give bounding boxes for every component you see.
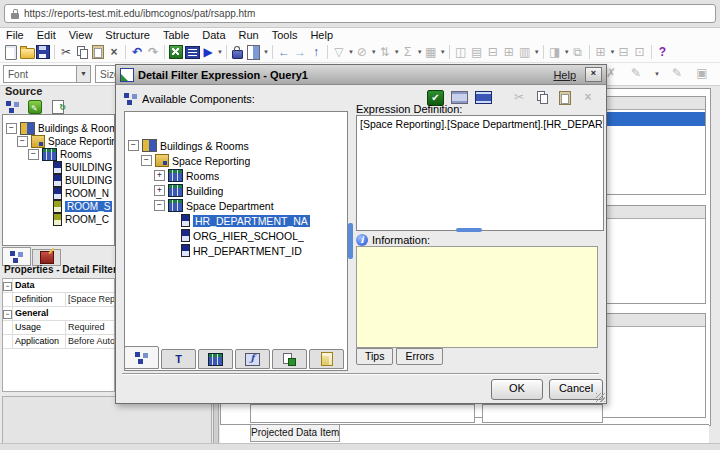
- tree-expander-icon[interactable]: −: [141, 155, 152, 166]
- chevron-down-icon[interactable]: ▼: [534, 49, 540, 55]
- refresh-source-icon[interactable]: [50, 98, 66, 115]
- tree-item-rooms[interactable]: +Rooms: [125, 168, 347, 183]
- cancel-button[interactable]: Cancel: [549, 379, 603, 400]
- menu-file[interactable]: File: [6, 29, 24, 41]
- tree-item-space-reporting[interactable]: −Space Reporting: [125, 153, 347, 168]
- tree-item-hr-department-na[interactable]: HR_DEPARTMENT_NA: [125, 213, 347, 228]
- redo-icon[interactable]: ↷: [145, 44, 161, 61]
- tree-expander-icon[interactable]: +: [154, 185, 165, 196]
- font-combobox[interactable]: Font ▼: [3, 65, 91, 83]
- data-items-tab[interactable]: T: [161, 349, 196, 369]
- headers-footers-icon[interactable]: ◫: [453, 44, 469, 61]
- close-button[interactable]: ×: [585, 67, 602, 82]
- tree-item-building[interactable]: BUILDING: [3, 161, 114, 174]
- tree-expander-icon[interactable]: −: [17, 136, 28, 147]
- merge-cells-icon[interactable]: ⊟: [616, 44, 632, 61]
- menu-tools[interactable]: Tools: [272, 29, 298, 41]
- tree-item-room-s[interactable]: ROOM_S: [3, 200, 114, 213]
- property-value[interactable]: Before Auto Ag: [66, 335, 114, 348]
- property-value[interactable]: [Space Report: [66, 293, 114, 306]
- collapse-icon[interactable]: −: [3, 310, 12, 319]
- property-row-application[interactable]: ApplicationBefore Auto Ag: [3, 335, 114, 349]
- tree-item-org-hier-school[interactable]: ORG_HIER_SCHOOL_: [125, 228, 347, 243]
- new-report-icon[interactable]: [3, 44, 19, 61]
- group-collapse-icon[interactable]: −: [3, 307, 13, 320]
- tree-item-buildings-rooms[interactable]: −Buildings & Rooms: [3, 122, 114, 135]
- xml-icon[interactable]: [184, 44, 200, 61]
- property-row-data[interactable]: −Data: [3, 279, 114, 293]
- paste-icon[interactable]: [557, 89, 573, 106]
- model-tab[interactable]: [124, 346, 159, 369]
- ok-button[interactable]: OK: [491, 379, 543, 400]
- tree-item-buildings-rooms[interactable]: −Buildings & Rooms: [125, 138, 347, 153]
- errors-tab[interactable]: Errors: [396, 348, 443, 365]
- tree-item-room-c[interactable]: ROOM_C: [3, 213, 114, 226]
- menu-table[interactable]: Table: [163, 29, 189, 41]
- page-layers-icon[interactable]: [246, 44, 262, 61]
- excel-icon[interactable]: [168, 44, 184, 61]
- section-icon[interactable]: ⊞: [501, 44, 517, 61]
- run-icon[interactable]: ▶: [200, 44, 216, 61]
- forward-icon[interactable]: →: [292, 44, 308, 61]
- group-collapse-icon[interactable]: −: [3, 279, 13, 292]
- expression-splitter-handle[interactable]: [456, 228, 482, 232]
- summarize-icon[interactable]: Σ: [400, 44, 416, 61]
- insertable-objects-icon[interactable]: [4, 98, 20, 115]
- tips-tab[interactable]: Tips: [356, 348, 393, 365]
- suppress-icon[interactable]: ⊘: [354, 44, 370, 61]
- property-row-usage[interactable]: UsageRequired: [3, 321, 114, 335]
- undo-icon[interactable]: ↶: [129, 44, 145, 61]
- conditional-style-icon[interactable]: ✎: [628, 65, 644, 82]
- tree-item-space-reporting[interactable]: −Space Reporting: [3, 135, 114, 148]
- chevron-down-icon[interactable]: ▼: [217, 49, 223, 55]
- copy-icon[interactable]: [534, 89, 550, 106]
- resize-grip[interactable]: [596, 393, 605, 402]
- tree-item-space-department[interactable]: −Space Department: [125, 198, 347, 213]
- split-cells-icon[interactable]: ⊡: [632, 44, 648, 61]
- property-row-general[interactable]: −General: [3, 307, 114, 321]
- tree-item-room-n[interactable]: ROOM_N: [3, 187, 114, 200]
- expression-definition-textarea[interactable]: [Space Reporting].[Space Department].[HR…: [356, 115, 604, 231]
- functions-tab[interactable]: [235, 349, 270, 369]
- menu-edit[interactable]: Edit: [37, 29, 56, 41]
- list-icon[interactable]: ▤: [469, 44, 485, 61]
- collapse-icon[interactable]: −: [3, 282, 12, 291]
- parameters-tab[interactable]: [272, 349, 307, 369]
- chevron-down-icon[interactable]: ▼: [263, 49, 269, 55]
- help-link[interactable]: Help: [553, 69, 576, 81]
- chevron-down-icon[interactable]: ▼: [76, 66, 90, 82]
- cut-icon[interactable]: ✂: [511, 89, 527, 106]
- back-icon[interactable]: ←: [276, 44, 292, 61]
- filter-icon[interactable]: ▽: [331, 44, 347, 61]
- cut-icon[interactable]: ✂: [58, 44, 74, 61]
- save-icon[interactable]: [35, 44, 51, 61]
- delete-icon[interactable]: ×: [106, 44, 122, 61]
- edit-package-icon[interactable]: [27, 98, 43, 115]
- tree-splitter-handle[interactable]: [348, 223, 353, 259]
- tree-item-building[interactable]: BUILDING: [3, 174, 114, 187]
- menu-data[interactable]: Data: [202, 29, 225, 41]
- menu-view[interactable]: View: [69, 29, 93, 41]
- tree-expander-icon[interactable]: −: [128, 140, 139, 151]
- sort-icon[interactable]: ⇅: [377, 44, 393, 61]
- expression-view-icon[interactable]: [475, 89, 492, 106]
- tree-expander-icon[interactable]: +: [154, 170, 165, 181]
- tree-item-hr-department-id[interactable]: HR_DEPARTMENT_ID: [125, 243, 347, 258]
- dialog-title-bar[interactable]: Detail Filter Expression - Query1 Help ×: [116, 65, 606, 85]
- tree-expander-icon[interactable]: −: [6, 123, 17, 134]
- address-bar[interactable]: https://reports-test.mit.edu/ibmcognos/p…: [4, 4, 716, 23]
- tree-expander-icon[interactable]: −: [154, 200, 165, 211]
- help-icon[interactable]: ?: [655, 44, 671, 61]
- property-row-definition[interactable]: Definition[Space Report: [3, 293, 114, 307]
- property-value[interactable]: Required: [66, 321, 114, 334]
- apply-style-icon[interactable]: ✎: [669, 65, 685, 82]
- menu-help[interactable]: Help: [310, 29, 333, 41]
- tree-item-building[interactable]: +Building: [125, 183, 347, 198]
- swap-icon[interactable]: ▥: [517, 44, 533, 61]
- pivot-icon[interactable]: ⧉: [570, 44, 586, 61]
- projected-data-items-tab[interactable]: Projected Data Items: [250, 425, 340, 442]
- chevron-down-icon[interactable]: ▼: [654, 71, 660, 77]
- insert-table-icon[interactable]: ⊞: [593, 44, 609, 61]
- chart-icon[interactable]: ▦: [423, 44, 439, 61]
- tree-expander-icon[interactable]: −: [28, 149, 39, 160]
